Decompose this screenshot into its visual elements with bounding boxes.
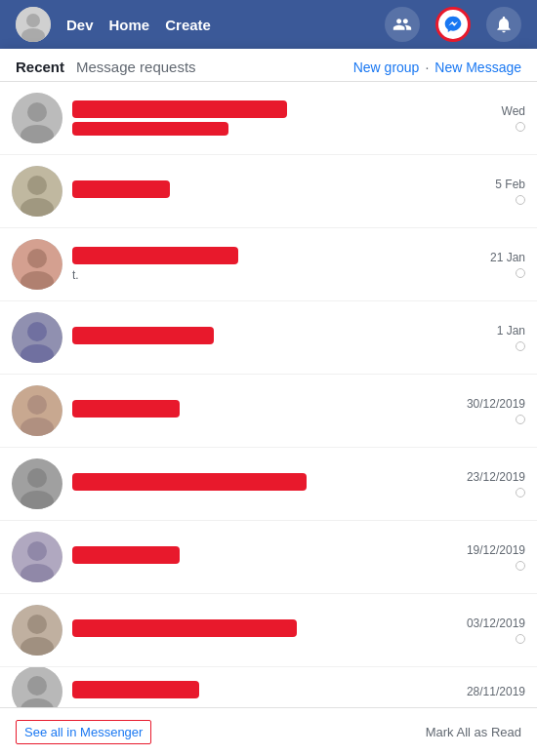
messenger-icon-button[interactable] xyxy=(435,7,471,42)
message-name-redacted xyxy=(72,400,180,418)
message-item[interactable]: 1 Jan xyxy=(0,301,537,375)
tab-recent[interactable]: Recent xyxy=(16,59,64,75)
message-preview-text: t. xyxy=(72,268,480,282)
messenger-icon xyxy=(443,15,463,34)
message-name-redacted xyxy=(72,619,297,637)
message-body: t. xyxy=(72,247,480,282)
message-item[interactable]: 30/12/2019 xyxy=(0,375,537,448)
message-meta: 23/12/2019 xyxy=(467,470,525,497)
message-date: 28/11/2019 xyxy=(467,685,525,698)
message-date: 19/12/2019 xyxy=(467,543,525,557)
message-meta: 5 Feb xyxy=(495,178,525,205)
svg-point-10 xyxy=(27,249,47,268)
message-item[interactable]: 03/12/2019 xyxy=(0,594,537,667)
top-navigation: Dev Home Create xyxy=(0,0,537,49)
svg-point-4 xyxy=(27,102,47,122)
people-icon xyxy=(392,15,412,34)
avatar xyxy=(12,667,62,707)
message-item[interactable]: 28/11/2019 xyxy=(0,667,537,707)
message-meta: 21 Jan xyxy=(490,251,525,278)
message-body xyxy=(72,619,457,641)
message-item[interactable]: 5 Feb xyxy=(0,155,537,228)
message-date: 1 Jan xyxy=(497,324,525,338)
avatar xyxy=(12,458,62,509)
message-name-redacted xyxy=(72,681,199,698)
bell-icon-button[interactable] xyxy=(486,7,521,42)
message-status-dot xyxy=(516,561,525,571)
message-status-dot xyxy=(516,122,525,132)
avatar xyxy=(12,605,62,656)
message-meta: 30/12/2019 xyxy=(467,397,525,424)
message-body xyxy=(72,546,457,568)
svg-point-19 xyxy=(27,468,47,488)
message-date: 03/12/2019 xyxy=(467,617,525,630)
avatar xyxy=(12,93,62,143)
message-meta: Wed xyxy=(502,104,525,132)
svg-point-13 xyxy=(27,322,47,341)
avatar xyxy=(12,166,62,217)
message-body xyxy=(72,681,457,702)
tab-message-requests[interactable]: Message requests xyxy=(76,59,196,75)
message-name-redacted xyxy=(72,546,180,564)
message-name-redacted xyxy=(72,180,170,198)
message-name-redacted xyxy=(72,100,287,118)
message-status-dot xyxy=(516,268,525,278)
nav-avatar[interactable] xyxy=(16,7,51,42)
message-body xyxy=(72,473,457,495)
message-body xyxy=(72,327,487,348)
new-group-link[interactable]: New group xyxy=(353,60,420,75)
mark-all-read-link[interactable]: Mark All as Read xyxy=(426,725,521,739)
message-status-dot xyxy=(516,195,525,205)
message-meta: 1 Jan xyxy=(497,324,525,351)
message-body xyxy=(72,400,457,421)
message-date: 30/12/2019 xyxy=(467,397,525,411)
bell-icon xyxy=(494,15,514,34)
message-meta: 03/12/2019 xyxy=(467,617,525,644)
message-status-dot xyxy=(516,415,525,424)
message-name-redacted xyxy=(72,247,238,264)
avatar xyxy=(12,312,62,363)
message-item[interactable]: 19/12/2019 xyxy=(0,521,537,594)
separator-dot: · xyxy=(425,60,429,75)
message-item[interactable]: t. 21 Jan xyxy=(0,228,537,301)
svg-point-28 xyxy=(27,676,47,696)
message-status-dot xyxy=(516,341,525,351)
messages-dropdown-panel: Recent Message requests New group · New … xyxy=(0,49,537,756)
svg-point-7 xyxy=(27,176,47,195)
message-body xyxy=(72,100,492,136)
panel-header: Recent Message requests New group · New … xyxy=(0,49,537,82)
message-date: 23/12/2019 xyxy=(467,470,525,484)
message-meta: 28/11/2019 xyxy=(467,685,525,698)
message-item[interactable]: Wed xyxy=(0,82,537,155)
message-body xyxy=(72,180,485,202)
message-date: Wed xyxy=(502,104,525,118)
panel-footer: See all in Messenger Mark All as Read xyxy=(0,707,537,756)
avatar xyxy=(12,385,62,436)
nav-link-home[interactable]: Home xyxy=(109,17,150,33)
see-all-messenger-link[interactable]: See all in Messenger xyxy=(16,720,151,744)
message-name-redacted xyxy=(72,473,307,491)
new-message-link[interactable]: New Message xyxy=(434,60,521,75)
messages-list: Wed 5 Feb xyxy=(0,82,537,707)
message-meta: 19/12/2019 xyxy=(467,543,525,571)
message-item[interactable]: 23/12/2019 xyxy=(0,448,537,521)
avatar xyxy=(12,532,62,582)
message-status-dot xyxy=(516,634,525,644)
nav-link-dev[interactable]: Dev xyxy=(66,17,94,33)
avatar xyxy=(12,239,62,290)
message-status-dot xyxy=(516,488,525,497)
header-actions: New group · New Message xyxy=(353,60,521,75)
message-date: 21 Jan xyxy=(490,251,525,264)
svg-point-22 xyxy=(27,541,47,561)
svg-point-16 xyxy=(27,395,47,415)
message-preview-redacted xyxy=(72,122,228,136)
nav-link-create[interactable]: Create xyxy=(165,17,211,33)
message-name-redacted xyxy=(72,327,214,344)
people-icon-button[interactable] xyxy=(385,7,420,42)
message-date: 5 Feb xyxy=(495,178,525,191)
svg-point-1 xyxy=(26,14,40,27)
svg-point-25 xyxy=(27,615,47,634)
